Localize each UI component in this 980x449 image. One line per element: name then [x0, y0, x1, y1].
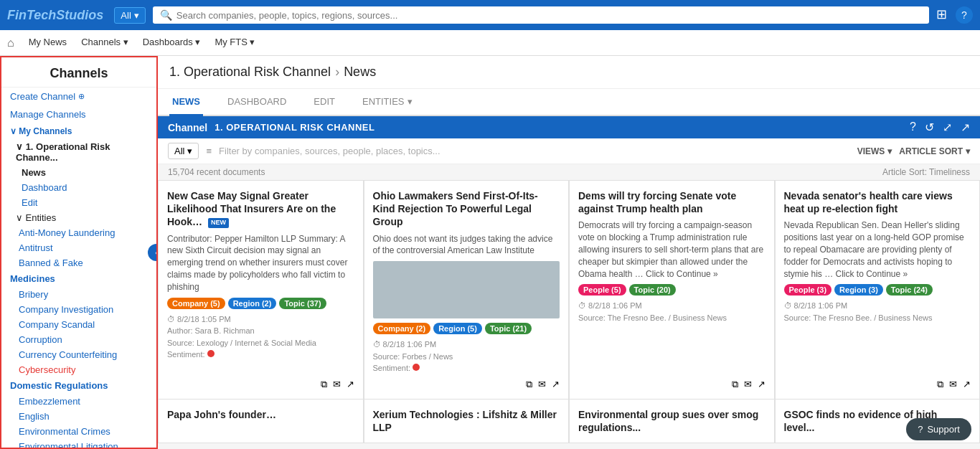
tab-edit[interactable]: EDIT — [311, 89, 338, 116]
search-bar[interactable]: 🔍 — [153, 6, 929, 24]
header-icons: ⊞ ? — [936, 6, 973, 24]
nav-dashboards[interactable]: Dashboards ▾ — [143, 30, 201, 55]
sidebar-item-news[interactable]: News — [1, 165, 156, 180]
article-2-tags: Company (2) Region (5) Topic (21) — [373, 323, 560, 334]
tag-region: Region (5) — [433, 323, 482, 334]
chevron-down-icon: ▾ — [187, 146, 192, 156]
channel-expand-icon[interactable]: ⤢ — [943, 120, 952, 134]
channel-banner-name: 1. OPERATIONAL RISK CHANNEL — [215, 122, 374, 133]
filter-lines-icon: ≡ — [206, 146, 212, 156]
sidebar-bribery[interactable]: Bribery — [1, 287, 156, 302]
share-icon[interactable]: ↗ — [758, 379, 765, 389]
channel-1-item[interactable]: ∨ 1. Operational Risk Channe... — [1, 139, 156, 165]
share-icon[interactable]: ↗ — [963, 379, 971, 389]
share-icon[interactable]: ↗ — [552, 379, 560, 389]
sidebar-environmental-litigation[interactable]: Environmental Litigation — [1, 439, 156, 449]
create-channel-link[interactable]: Create Channel ⊕ — [1, 88, 156, 105]
breadcrumb-separator: › — [335, 65, 339, 80]
sidebar-currency-counterfeiting[interactable]: Currency Counterfeiting — [1, 347, 156, 362]
article-2-meta: ⏱ 8/2/18 1:06 PM Source: Forbes / News S… — [373, 339, 560, 374]
chevron-down-icon: ▾ — [887, 146, 892, 156]
tag-company: Company (2) — [373, 323, 431, 334]
support-button[interactable]: ? Support — [906, 418, 971, 440]
article-grid: New Case May Signal Greater Likelihood T… — [158, 180, 980, 400]
sidebar-anti-money[interactable]: Anti-Money Laundering — [1, 225, 156, 240]
article-2-actions: ⧉ ✉ ↗ — [373, 379, 560, 390]
copy-icon[interactable]: ⧉ — [526, 379, 532, 390]
create-channel-icon: ⊕ — [78, 92, 85, 101]
nav-my-fts[interactable]: My FTS ▾ — [215, 30, 255, 55]
article-card-3[interactable]: Dems will try forcing Senate vote agains… — [569, 180, 775, 400]
article-1-meta: ⏱ 8/2/18 1:05 PM Author: Sara B. Richman… — [167, 313, 354, 361]
tab-news[interactable]: NEWS — [169, 89, 203, 116]
channel-refresh-icon[interactable]: ↺ — [925, 120, 934, 134]
sidebar-cybersecurity[interactable]: Cybersecurity — [1, 362, 156, 377]
copy-icon[interactable]: ⧉ — [321, 379, 327, 390]
article-grid-row2: Papa John's founder… Xerium Technologies… — [158, 400, 980, 443]
sidebar-entities-header[interactable]: ∨ Entities — [1, 210, 156, 225]
tag-people: People (3) — [784, 284, 832, 296]
article-partial-2[interactable]: Xerium Technologies : Lifshitz & Miller … — [364, 400, 570, 443]
mail-icon[interactable]: ✉ — [744, 379, 752, 389]
tag-region: Region (3) — [834, 284, 883, 296]
filter-input[interactable]: Filter by companies, sources, people, pl… — [219, 146, 850, 156]
sidebar-title: Channels — [1, 57, 156, 88]
tag-region: Region (2) — [228, 298, 277, 309]
copy-icon[interactable]: ⧉ — [937, 379, 943, 390]
sidebar-item-edit[interactable]: Edit — [1, 195, 156, 210]
sidebar-environmental-crimes[interactable]: Environmental Crimes — [1, 424, 156, 439]
mail-icon[interactable]: ✉ — [538, 379, 546, 389]
sidebar-company-scandal[interactable]: Company Scandal — [1, 317, 156, 332]
sidebar: Channels Create Channel ⊕ Manage Channel… — [0, 56, 158, 449]
mail-icon[interactable]: ✉ — [949, 379, 957, 389]
search-input[interactable] — [176, 10, 922, 21]
tab-dashboard[interactable]: DASHBOARD — [225, 89, 289, 116]
sidebar-embezzlement[interactable]: Embezzlement — [1, 394, 156, 409]
article-partial-3[interactable]: Environmental group sues over smog regul… — [569, 400, 775, 443]
channel-external-icon[interactable]: ↗ — [961, 120, 970, 134]
my-channels-section[interactable]: ∨ My Channels — [1, 123, 156, 139]
nav-my-news[interactable]: My News — [29, 30, 67, 55]
article-1-actions: ⧉ ✉ ↗ — [167, 379, 354, 390]
article-3-title: Dems will try forcing Senate vote agains… — [578, 189, 765, 215]
article-2-title: Ohio Lawmakers Send First-Of-Its-Kind Re… — [373, 189, 560, 229]
chevron-down-icon: ▾ — [966, 146, 970, 156]
copy-icon[interactable]: ⧉ — [732, 379, 738, 390]
share-icon[interactable]: ↗ — [347, 379, 354, 389]
chevron-down-icon: ▾ — [134, 10, 139, 21]
sidebar-banned-fake[interactable]: Banned & Fake — [1, 255, 156, 270]
article-card-2[interactable]: Ohio Lawmakers Send First-Of-Its-Kind Re… — [364, 180, 570, 400]
logo: FinTechStudios — [7, 8, 103, 23]
manage-channels-link[interactable]: Manage Channels — [1, 105, 156, 123]
all-filter-dropdown[interactable]: All ▾ — [168, 143, 199, 159]
help-icon[interactable]: ? — [956, 6, 973, 24]
article-partial-1[interactable]: Papa John's founder… — [158, 400, 364, 443]
article-1-tags: Company (5) Region (2) Topic (37) — [167, 298, 354, 309]
logo-accent: Studios — [56, 8, 103, 22]
article-card-4[interactable]: Nevada senator's health care views heat … — [775, 180, 981, 400]
article-card-1[interactable]: New Case May Signal Greater Likelihood T… — [158, 180, 364, 400]
sort-dropdown[interactable]: ARTICLE SORT ▾ — [899, 146, 970, 156]
sidebar-antitrust[interactable]: Antitrust — [1, 240, 156, 255]
mail-icon[interactable]: ✉ — [333, 379, 341, 389]
channel-actions: ? ↺ ⤢ ↗ — [910, 120, 970, 134]
tab-entities[interactable]: ENTITIES ▾ — [359, 89, 415, 116]
sidebar-english[interactable]: English — [1, 409, 156, 424]
article-1-title: New Case May Signal Greater Likelihood T… — [167, 189, 354, 229]
article-1-excerpt: Contributor: Pepper Hamilton LLP Summary… — [167, 233, 354, 293]
home-icon[interactable]: ⌂ — [7, 37, 14, 49]
nav-channels[interactable]: Channels ▾ — [81, 30, 128, 55]
all-dropdown[interactable]: All ▾ — [114, 7, 145, 24]
views-dropdown[interactable]: VIEWS ▾ — [857, 146, 892, 156]
sidebar-medicines[interactable]: Medicines — [1, 270, 156, 287]
chevron-down-icon: ▾ — [407, 96, 413, 107]
sidebar-company-investigation[interactable]: Company Investigation — [1, 302, 156, 317]
breadcrumb-channel: 1. Operational Risk Channel — [169, 65, 331, 80]
sidebar-item-dashboard[interactable]: Dashboard — [1, 180, 156, 195]
sidebar-domestic-regulations[interactable]: Domestic Regulations — [1, 377, 156, 394]
new-badge: NEW — [208, 218, 229, 228]
channel-help-icon[interactable]: ? — [910, 120, 916, 134]
sidebar-corruption[interactable]: Corruption — [1, 332, 156, 347]
article-partial-3-title: Environmental group sues over smog regul… — [578, 408, 765, 434]
grid-icon[interactable]: ⊞ — [936, 6, 947, 24]
